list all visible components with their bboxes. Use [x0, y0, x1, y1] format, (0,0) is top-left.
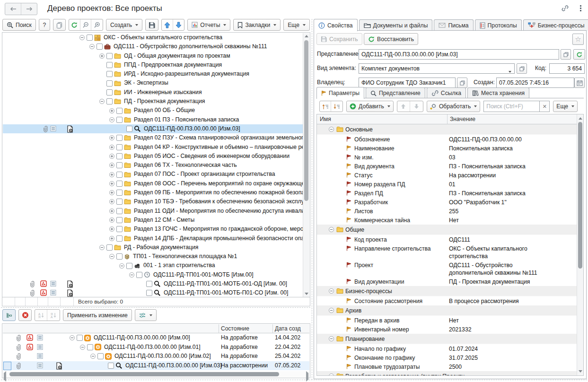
- param-row[interactable]: ПроектОДС111 - Обустройство дополнительн…: [317, 260, 577, 277]
- bookmarks-button[interactable]: Закладки: [233, 19, 281, 31]
- list-icon[interactable]: [37, 362, 43, 371]
- expander-minus-icon[interactable]: [99, 244, 105, 251]
- param-row[interactable]: Начало по графику01.07.2024: [317, 344, 577, 353]
- param-row[interactable]: СтатусНа рассмотрении: [317, 171, 577, 180]
- expander-minus-icon[interactable]: [90, 353, 96, 359]
- refresh-button[interactable]: [69, 19, 80, 30]
- version-label[interactable]: ОДС111-ПД-00.ПЗ.00.00.00 [Изм.03]: [125, 361, 222, 371]
- tree-item-label[interactable]: ИИ - Инженерные изыскания: [124, 88, 202, 97]
- kind-select[interactable]: Комплект документов: [359, 63, 515, 74]
- param-row[interactable]: Окончание по графику31.07.2025: [317, 353, 577, 362]
- tree-row[interactable]: Раздел 09 ПБ - Мероприятия по обеспечени…: [3, 188, 303, 197]
- version-row[interactable]: ОДС111-ПД-00.ПЗ.00.00.00 [Изм.02]На дора…: [3, 352, 309, 361]
- tree-row[interactable]: Раздел 10 ТБЭ - Требования к обеспечению…: [3, 197, 303, 206]
- tree-row[interactable]: Раздел 01 ПЗ - Пояснительная записка: [3, 115, 303, 124]
- code-input[interactable]: 3 654: [549, 63, 585, 74]
- row-checkbox[interactable]: [106, 98, 113, 104]
- tree-item-label[interactable]: ИРД - Исходно-разрешительная документаци…: [124, 69, 249, 78]
- expander-plus-icon[interactable]: [109, 235, 115, 242]
- back-button[interactable]: [5, 3, 21, 15]
- param-value[interactable]: В процессе рассмотрения: [449, 297, 554, 305]
- created-input[interactable]: 07.05.2025 7:45:16: [496, 78, 574, 88]
- tree-row[interactable]: ИРД - Исходно-разрешительная документаци…: [3, 69, 303, 78]
- search-button[interactable]: Поиск: [2, 19, 36, 31]
- row-checkbox[interactable]: [108, 363, 114, 369]
- tree-item-label[interactable]: Раздел 12 СМ - Сметы: [134, 216, 194, 225]
- tree-row[interactable]: Раздел 05 ИОС - Сведения об инженерном о…: [3, 152, 303, 161]
- tree-row[interactable]: ППД - Предпроектная документация: [3, 61, 303, 69]
- expander-plus-icon[interactable]: [109, 108, 115, 114]
- tree-item-label[interactable]: ОДС111-ПД-00.ПЗ.00.00.00 [Изм.03]: [144, 124, 240, 133]
- save-tree-button[interactable]: [145, 19, 158, 31]
- expander-minus-icon[interactable]: [328, 126, 334, 132]
- tree-row[interactable]: 001 - 1 этап строительства: [3, 261, 303, 270]
- tree-row[interactable]: Раздел 00 ОБ - Общие: [3, 106, 303, 115]
- version-row[interactable]: ОДС111-ПД-00.ПЗ.00.00.00 [Изм.00]На дора…: [3, 333, 309, 343]
- calendar-button[interactable]: [574, 78, 585, 88]
- param-row[interactable]: Инвентарный номер2021332: [317, 325, 577, 334]
- param-row[interactable]: Коммерческая тайнаНет: [317, 216, 577, 225]
- expander-minus-icon[interactable]: [328, 288, 334, 294]
- vertical-splitter[interactable]: [312, 19, 312, 380]
- param-value[interactable]: 01: [449, 180, 554, 188]
- date-column-header[interactable]: Дата созд: [275, 325, 301, 332]
- docmag-icon[interactable]: [56, 362, 62, 371]
- row-checkbox[interactable]: [116, 172, 123, 178]
- tree-row[interactable]: ОД - Общая документация по проектам: [3, 52, 303, 61]
- expander-plus-icon[interactable]: [109, 181, 115, 187]
- list-icon[interactable]: [50, 289, 56, 297]
- param-row[interactable]: Код проектаОДС111: [317, 235, 577, 244]
- row-checkbox[interactable]: [116, 190, 123, 196]
- param-value[interactable]: ООО "Разработчик 1": [449, 198, 554, 206]
- param-group-row[interactable]: Общие: [317, 225, 577, 235]
- expander-minus-icon[interactable]: [328, 373, 334, 375]
- representation-refresh-button[interactable]: [573, 49, 585, 60]
- row-checkbox[interactable]: [116, 135, 123, 141]
- tree-view-toggle-button[interactable]: [2, 309, 16, 321]
- tree-item-label[interactable]: Раздел 13 ГОЧС - Мероприятия по гражданс…: [134, 225, 303, 234]
- param-row[interactable]: Вид документацииПД - Проектная документа…: [317, 277, 577, 286]
- param-value[interactable]: ПЗ - Пояснительная записка: [449, 162, 554, 170]
- version-row[interactable]: ОДС111-ПД-00.ПЗ.00.00.00 [Изм.03]На расс…: [3, 361, 309, 371]
- version-label[interactable]: ОДС111-ПД-00.ПЗ.00.00.00 [Изм.02]: [114, 352, 211, 361]
- tree-item-label[interactable]: ОДС111-РД-ТП01-001-МОТБ-П01-СО [Изм. 00]: [164, 288, 288, 297]
- expand-interval-button[interactable]: [91, 19, 103, 30]
- help-button[interactable]: ?: [39, 19, 50, 31]
- tree-row[interactable]: Раздел 07 ПОС - Проект организации строи…: [3, 170, 303, 179]
- sort-asc-button[interactable]: АЯ: [35, 310, 47, 321]
- row-checkbox[interactable]: [116, 217, 123, 223]
- more-button-left[interactable]: Еще: [283, 19, 310, 31]
- tree-row[interactable]: Раздел 12 СМ - Сметы: [3, 216, 303, 225]
- param-group-row[interactable]: Планирование: [317, 334, 577, 344]
- get-link-icon[interactable]: [561, 5, 569, 13]
- tree-item-label[interactable]: ОКС - Объекты капитального строительства: [104, 33, 222, 42]
- params-scroll-thumb[interactable]: [578, 122, 582, 269]
- params-search-input[interactable]: [483, 101, 539, 112]
- apply-change-button[interactable]: Применить изменение: [63, 309, 132, 321]
- tree-item-label[interactable]: Раздел 07 ПОС - Проект организации строи…: [134, 170, 275, 179]
- param-group-row[interactable]: Разработка и согласование (внутри Проект…: [317, 371, 577, 375]
- expand-all-button[interactable]: [331, 101, 342, 112]
- param-value[interactable]: ОДС111-ПД-00.ПЗ.00.00.00: [449, 135, 554, 143]
- move-down-button[interactable]: [173, 19, 184, 30]
- param-group-row[interactable]: Бизнес-процессы: [317, 286, 577, 296]
- scroll-up-icon[interactable]: [303, 33, 309, 39]
- tree-row[interactable]: ОКС - Объекты капитального строительства: [3, 33, 303, 42]
- dropdown-caret-icon[interactable]: [508, 68, 511, 74]
- version-label[interactable]: ОДС111-ПД-00.ПЗ.00.00.00 [Изм.01]: [104, 343, 201, 352]
- row-checkbox[interactable]: [146, 281, 152, 287]
- cancel-search-button[interactable]: [18, 309, 32, 321]
- tab-бизнес-процессы[interactable]: Бизнес-процессы: [523, 19, 588, 31]
- tab-документы-и-файлы[interactable]: Документы и файлы: [359, 19, 433, 31]
- row-checkbox[interactable]: [77, 335, 83, 341]
- tree-item-label[interactable]: Раздел 05 ИОС - Сведения об инженерном о…: [134, 152, 290, 161]
- param-value[interactable]: Пояснительная записка: [449, 144, 554, 152]
- tree-item-label[interactable]: Раздел 14 ДПБ - Декларация промышленной …: [134, 234, 303, 243]
- docmag-icon[interactable]: [67, 289, 73, 297]
- row-checkbox[interactable]: [106, 62, 113, 68]
- view-settings-button[interactable]: [135, 309, 157, 321]
- row-checkbox[interactable]: [116, 199, 123, 205]
- expander-plus-icon[interactable]: [109, 217, 115, 223]
- scroll-down-icon[interactable]: [577, 368, 583, 374]
- tab-свойства[interactable]: Свойства: [314, 19, 358, 31]
